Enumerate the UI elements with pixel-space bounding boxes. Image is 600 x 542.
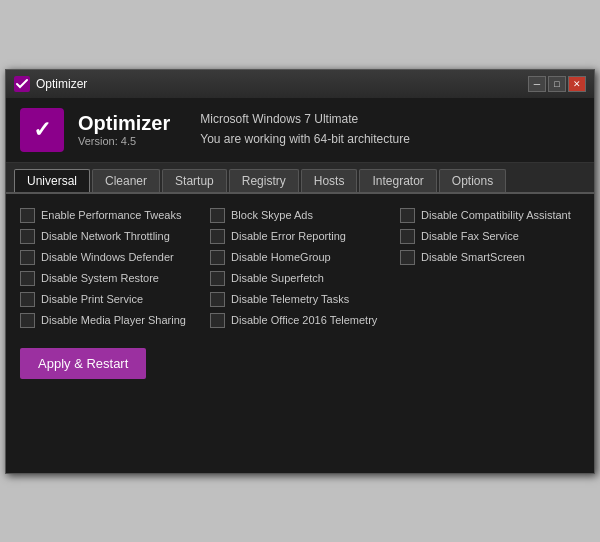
app-version: Version: 4.5 (78, 135, 170, 147)
checkbox-homegroup[interactable] (210, 250, 225, 265)
checkbox-smartscreen[interactable] (400, 250, 415, 265)
option-compat[interactable]: Disable Compatibility Assistant (400, 208, 580, 223)
options-grid: Enable Performance Tweaks Block Skype Ad… (20, 208, 580, 328)
checkmark-icon: ✓ (33, 117, 51, 143)
label-homegroup: Disable HomeGroup (231, 251, 331, 263)
checkbox-restore[interactable] (20, 271, 35, 286)
option-telemetry[interactable]: Disable Telemetry Tasks (210, 292, 390, 307)
option-fax[interactable]: Disable Fax Service (400, 229, 580, 244)
option-homegroup[interactable]: Disable HomeGroup (210, 250, 390, 265)
label-restore: Disable System Restore (41, 272, 159, 284)
header-title-group: Optimizer Version: 4.5 (78, 112, 170, 147)
tab-registry[interactable]: Registry (229, 169, 299, 192)
close-button[interactable]: ✕ (568, 76, 586, 92)
maximize-button[interactable]: □ (548, 76, 566, 92)
tab-startup[interactable]: Startup (162, 169, 227, 192)
option-throttle[interactable]: Disable Network Throttling (20, 229, 200, 244)
option-superfetch[interactable]: Disable Superfetch (210, 271, 390, 286)
app-header: ✓ Optimizer Version: 4.5 Microsoft Windo… (6, 98, 594, 163)
checkbox-office[interactable] (210, 313, 225, 328)
checkbox-fax[interactable] (400, 229, 415, 244)
option-error[interactable]: Disable Error Reporting (210, 229, 390, 244)
label-error: Disable Error Reporting (231, 230, 346, 242)
checkbox-superfetch[interactable] (210, 271, 225, 286)
checkbox-print[interactable] (20, 292, 35, 307)
tab-integrator[interactable]: Integrator (359, 169, 436, 192)
app-icon (14, 76, 30, 92)
option-print[interactable]: Disable Print Service (20, 292, 200, 307)
checkbox-perf[interactable] (20, 208, 35, 223)
tab-cleaner[interactable]: Cleaner (92, 169, 160, 192)
apply-restart-button[interactable]: Apply & Restart (20, 348, 146, 379)
tab-options[interactable]: Options (439, 169, 506, 192)
label-print: Disable Print Service (41, 293, 143, 305)
label-mediashare: Disable Media Player Sharing (41, 314, 186, 326)
label-fax: Disable Fax Service (421, 230, 519, 242)
tab-universal[interactable]: Universal (14, 169, 90, 192)
label-telemetry: Disable Telemetry Tasks (231, 293, 349, 305)
label-defender: Disable Windows Defender (41, 251, 174, 263)
system-info: Microsoft Windows 7 Ultimate You are wor… (200, 110, 410, 148)
tab-bar: Universal Cleaner Startup Registry Hosts… (6, 163, 594, 194)
label-office: Disable Office 2016 Telemetry (231, 314, 377, 326)
label-skype: Block Skype Ads (231, 209, 313, 221)
checkbox-mediashare[interactable] (20, 313, 35, 328)
checkbox-defender[interactable] (20, 250, 35, 265)
option-restore[interactable]: Disable System Restore (20, 271, 200, 286)
checkbox-error[interactable] (210, 229, 225, 244)
option-mediashare[interactable]: Disable Media Player Sharing (20, 313, 200, 328)
app-name: Optimizer (78, 112, 170, 135)
title-bar-title: Optimizer (36, 77, 87, 91)
option-defender[interactable]: Disable Windows Defender (20, 250, 200, 265)
title-bar-left: Optimizer (14, 76, 87, 92)
option-perf[interactable]: Enable Performance Tweaks (20, 208, 200, 223)
checkbox-throttle[interactable] (20, 229, 35, 244)
minimize-button[interactable]: ─ (528, 76, 546, 92)
option-skype[interactable]: Block Skype Ads (210, 208, 390, 223)
label-smartscreen: Disable SmartScreen (421, 251, 525, 263)
tab-hosts[interactable]: Hosts (301, 169, 358, 192)
label-superfetch: Disable Superfetch (231, 272, 324, 284)
content-area: Enable Performance Tweaks Block Skype Ad… (6, 194, 594, 473)
option-office[interactable]: Disable Office 2016 Telemetry (210, 313, 390, 328)
label-perf: Enable Performance Tweaks (41, 209, 181, 221)
checkbox-compat[interactable] (400, 208, 415, 223)
title-bar: Optimizer ─ □ ✕ (6, 70, 594, 98)
checkbox-skype[interactable] (210, 208, 225, 223)
app-logo: ✓ (20, 108, 64, 152)
option-smartscreen[interactable]: Disable SmartScreen (400, 250, 580, 265)
main-window: Optimizer ─ □ ✕ ✓ Optimizer Version: 4.5… (5, 69, 595, 474)
label-compat: Disable Compatibility Assistant (421, 209, 571, 221)
bottom-spacer (20, 379, 580, 459)
arch-info: You are working with 64-bit architecture (200, 130, 410, 149)
label-throttle: Disable Network Throttling (41, 230, 170, 242)
title-bar-controls: ─ □ ✕ (528, 76, 586, 92)
os-info: Microsoft Windows 7 Ultimate (200, 110, 410, 129)
checkbox-telemetry[interactable] (210, 292, 225, 307)
